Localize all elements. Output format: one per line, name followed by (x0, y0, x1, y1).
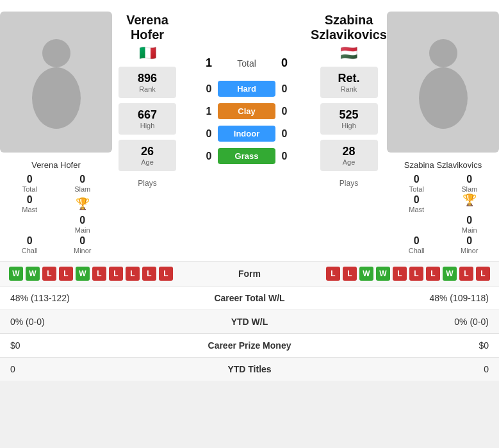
player1-high-value: 667 (129, 108, 166, 122)
prize-label: Career Prize Money (165, 334, 334, 358)
hard-button: Hard (218, 81, 275, 97)
player1-rank-box: 896 Rank (119, 67, 176, 98)
player2-minor-cell: 0 Minor (446, 235, 493, 254)
player1-total-cell: 0 Total (6, 174, 53, 193)
player1-left-col: Verena Hofer 0 Total 0 Slam 0 Mast 🏆 (0, 6, 112, 254)
clay-button: Clay (218, 103, 275, 119)
player2-ytd-titles: 0 (334, 358, 499, 381)
player1-slam-value: 0 (79, 174, 85, 185)
form-badge-l: L (343, 267, 357, 281)
career-wl-label: Career Total W/L (165, 286, 334, 310)
player1-trophy-cell: 🏆 (60, 194, 106, 213)
player1-age-value: 26 (129, 145, 166, 158)
form-badge-w: W (443, 267, 457, 281)
player1-chall-cell: 0 Chall (6, 235, 53, 254)
player2-main-value: 0 (466, 215, 472, 226)
player1-trophy-icon: 🏆 (76, 198, 90, 210)
player1-form-badges: WWLLWLLLLL (9, 267, 173, 281)
player1-slam-label: Slam (74, 185, 90, 193)
player2-trophy-cell: 🏆 (446, 194, 493, 213)
player2-minor-value: 0 (466, 235, 472, 247)
form-badge-l: L (126, 267, 140, 281)
player1-total-score: 1 (200, 56, 218, 70)
player2-slam-cell: 0 Slam (446, 174, 493, 193)
grass-button: Grass (218, 148, 275, 164)
player1-flag: 🇮🇹 (139, 45, 156, 62)
player1-grass-score: 0 (200, 151, 218, 162)
player1-total-label: Total (22, 185, 37, 193)
player2-main-label: Main (462, 226, 477, 234)
player1-mast-cell: 0 Mast (6, 194, 53, 213)
total-row: 1 Total 0 (183, 56, 311, 70)
player2-chall-value: 0 (414, 235, 420, 247)
form-badge-w: W (26, 267, 40, 281)
player1-mast-label: Mast (22, 206, 37, 213)
form-badge-l: L (92, 267, 106, 281)
player2-main-cell: 0 Main (446, 215, 493, 234)
player2-minor-label: Minor (461, 247, 479, 254)
player1-career-wl: 48% (113-122) (0, 286, 165, 310)
form-badge-l: L (59, 267, 73, 281)
svg-point-0 (42, 39, 70, 67)
player1-prize: $0 (0, 334, 165, 358)
ytd-titles-label: YTD Titles (165, 358, 334, 381)
player2-rank-value: Ret. (331, 72, 368, 85)
main-container: Verena Hofer 0 Total 0 Slam 0 Mast 🏆 (0, 0, 499, 381)
player1-clay-score: 1 (200, 106, 218, 117)
player2-stats-grid: 0 Total 0 Slam 0 Mast 🏆 0 Main (387, 174, 499, 254)
player2-indoor-score: 0 (275, 128, 293, 140)
player2-slam-value: 0 (466, 174, 472, 185)
form-badge-w: W (9, 267, 23, 281)
player1-hard-score: 0 (200, 83, 218, 95)
form-badge-l: L (409, 267, 423, 281)
player2-name: Szabina Szlavikovics (404, 160, 482, 170)
middle-right: Szabina Szlavikovics 🇭🇺 Ret. Rank 525 Hi… (311, 6, 387, 254)
player2-hard-score: 0 (275, 83, 293, 95)
player2-clay-score: 0 (275, 106, 293, 117)
player1-age-box: 26 Age (119, 140, 176, 171)
player1-photo (0, 12, 112, 153)
player1-main-cell: 0 Main (60, 215, 106, 234)
total-label: Total (218, 58, 275, 69)
player2-flag: 🇭🇺 (340, 45, 357, 62)
form-badge-l: L (42, 267, 56, 281)
center-col: 1 Total 0 0 Hard 0 1 Clay 0 0 Indoor 0 0 (183, 6, 311, 254)
player1-chall-label: Chall (22, 247, 38, 254)
player2-age-box: 28 Age (320, 140, 378, 171)
middle-left: Verena Hofer 🇮🇹 896 Rank 667 High 26 Age… (112, 6, 183, 254)
indoor-button: Indoor (218, 126, 275, 142)
player1-minor-value: 0 (79, 235, 85, 247)
player2-high-value: 525 (331, 108, 368, 122)
svg-point-3 (419, 67, 468, 129)
player1-ytd-titles: 0 (0, 358, 165, 381)
player1-name: Verena Hofer (31, 160, 81, 170)
form-badge-l: L (142, 267, 156, 281)
form-badge-l: L (426, 267, 440, 281)
player1-stats-grid: 0 Total 0 Slam 0 Mast 🏆 0 Main (0, 174, 112, 254)
form-label: Form (238, 269, 261, 279)
player1-high-box: 667 High (119, 103, 176, 135)
player1-chall-value: 0 (27, 235, 33, 247)
ytd-wl-label: YTD W/L (165, 310, 334, 334)
player2-prize: $0 (334, 334, 499, 358)
player1-rank-value: 896 (129, 72, 166, 85)
player2-high-label: High (331, 122, 368, 129)
player1-main-value: 0 (79, 215, 85, 226)
player2-chall-cell: 0 Chall (393, 235, 440, 254)
player2-total-score: 0 (275, 56, 293, 70)
player1-main-label: Main (75, 226, 90, 234)
ytd-titles-row: 0 YTD Titles 0 (0, 358, 499, 381)
player2-plays-label: Plays (339, 179, 358, 188)
player2-slam-label: Slam (461, 185, 477, 193)
player2-age-label: Age (331, 158, 368, 166)
form-badge-l: L (109, 267, 123, 281)
player1-slam-cell: 0 Slam (60, 174, 106, 193)
top-section: Verena Hofer 0 Total 0 Slam 0 Mast 🏆 (0, 0, 499, 261)
form-badge-l: L (159, 267, 173, 281)
player1-mast-value: 0 (27, 194, 33, 206)
player1-age-label: Age (129, 158, 166, 166)
form-badge-w: W (359, 267, 373, 281)
player2-mast-label: Mast (409, 206, 424, 213)
player2-total-label: Total (409, 185, 424, 193)
player2-age-value: 28 (331, 145, 368, 158)
